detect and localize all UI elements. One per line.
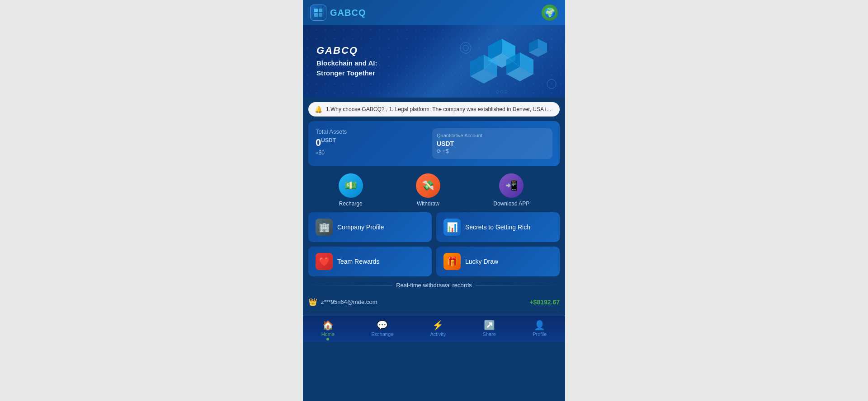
profile-icon: 👤 — [534, 320, 545, 331]
nav-profile[interactable]: 👤 Profile — [533, 320, 547, 337]
secrets-rich-label: Secrets to Getting Rich — [465, 224, 530, 231]
logo-icon — [310, 5, 326, 21]
quant-account: Quantitative Account USDT ⟳ ≈$ — [432, 128, 552, 159]
notice-text: 1.Why choose GABCQ? , 1. Legal platform:… — [326, 106, 553, 112]
record-amount: +$8192.67 — [529, 298, 560, 306]
menu-grid: 🏢 Company Profile 📊 Secrets to Getting R… — [303, 212, 565, 276]
action-buttons: 💵 Recharge 💸 Withdraw 📲 Download APP — [303, 166, 565, 210]
app-title: GABCQ — [330, 8, 366, 18]
records-header: Real-time withdrawal records — [308, 282, 560, 289]
header-left: GABCQ — [310, 5, 366, 21]
exchange-icon: 💬 — [377, 320, 388, 331]
banner-brand: GABCQ — [316, 45, 377, 56]
lucky-draw-icon: 🎁 — [443, 253, 461, 270]
withdraw-icon: 💸 — [416, 173, 440, 198]
team-rewards-icon: ❤️ — [316, 253, 333, 270]
record-left: 👑 z***95n64@nate.com — [308, 298, 377, 306]
nav-activity-label: Activity — [430, 331, 446, 337]
records-section: Real-time withdrawal records 👑 z***95n64… — [308, 282, 560, 311]
nav-home[interactable]: 🏠 Home — [321, 320, 335, 337]
svg-point-20 — [547, 79, 556, 89]
notice-bar: 🔔 1.Why choose GABCQ? , 1. Legal platfor… — [308, 102, 560, 117]
nav-share-label: Share — [483, 331, 496, 337]
assets-section: Total Assets 0USDT ≈$0 Quantitative Acco… — [308, 121, 560, 166]
app-container: GABCQ 🌍 GABCQ Blockchain and AI: Stronge… — [303, 0, 565, 401]
records-line-right — [476, 285, 560, 285]
records-title: Real-time withdrawal records — [396, 282, 472, 289]
svg-rect-3 — [319, 13, 322, 17]
quant-usd: ⟳ ≈$ — [437, 148, 449, 154]
download-label: Download APP — [493, 200, 529, 207]
banner-3d-visual: ⬡ ⬡ ⬡ — [443, 30, 561, 98]
svg-rect-1 — [319, 9, 322, 12]
recharge-icon: 💵 — [339, 173, 363, 198]
nav-profile-label: Profile — [533, 331, 547, 337]
recharge-label: Recharge — [339, 200, 363, 207]
total-assets: Total Assets 0USDT ≈$0 — [316, 128, 427, 159]
globe-icon[interactable]: 🌍 — [542, 5, 558, 21]
bottom-nav: 🏠 Home 💬 Exchange ⚡ Activity ↗️ Share 👤 … — [303, 316, 565, 342]
banner: GABCQ Blockchain and AI: Stronger Togeth… — [303, 25, 565, 98]
company-profile-label: Company Profile — [337, 224, 384, 231]
home-icon: 🏠 — [322, 320, 334, 331]
record-item: 👑 z***95n64@nate.com +$8192.67 — [308, 293, 560, 311]
menu-team-rewards[interactable]: ❤️ Team Rewards — [308, 247, 432, 276]
total-assets-label: Total Assets — [316, 128, 427, 135]
share-icon: ↗️ — [484, 320, 495, 331]
menu-lucky-draw[interactable]: 🎁 Lucky Draw — [436, 247, 560, 276]
records-line-left — [308, 285, 392, 285]
svg-point-18 — [460, 42, 471, 53]
company-profile-icon: 🏢 — [316, 219, 333, 236]
nav-exchange[interactable]: 💬 Exchange — [371, 320, 393, 337]
svg-point-19 — [463, 45, 468, 51]
activity-icon: ⚡ — [432, 320, 443, 331]
banner-text: GABCQ Blockchain and AI: Stronger Togeth… — [316, 45, 377, 79]
nav-share[interactable]: ↗️ Share — [483, 320, 496, 337]
record-email: z***95n64@nate.com — [321, 298, 377, 305]
withdraw-label: Withdraw — [417, 200, 439, 207]
svg-rect-0 — [314, 9, 318, 12]
total-usd: ≈$0 — [316, 149, 427, 156]
nav-home-label: Home — [321, 331, 335, 337]
quant-label: Quantitative Account — [437, 133, 482, 138]
menu-secrets-rich[interactable]: 📊 Secrets to Getting Rich — [436, 212, 560, 242]
lucky-draw-label: Lucky Draw — [465, 258, 498, 265]
team-rewards-label: Team Rewards — [337, 258, 379, 265]
banner-tagline: Blockchain and AI: Stronger Together — [316, 58, 377, 79]
header: GABCQ 🌍 — [303, 0, 565, 25]
bell-icon: 🔔 — [315, 106, 322, 113]
secrets-rich-icon: 📊 — [443, 219, 461, 236]
total-amount: 0USDT — [316, 137, 427, 149]
menu-company-profile[interactable]: 🏢 Company Profile — [308, 212, 432, 242]
download-icon: 📲 — [499, 173, 524, 198]
download-button[interactable]: 📲 Download APP — [493, 173, 529, 207]
recharge-button[interactable]: 💵 Recharge — [339, 173, 363, 207]
svg-text:⬡ ⬡ ⬡: ⬡ ⬡ ⬡ — [496, 90, 507, 94]
crown-icon: 👑 — [308, 298, 317, 306]
svg-rect-2 — [314, 13, 318, 17]
withdraw-button[interactable]: 💸 Withdraw — [416, 173, 440, 207]
nav-activity[interactable]: ⚡ Activity — [430, 320, 446, 337]
quant-amount: USDT — [437, 140, 454, 147]
nav-exchange-label: Exchange — [371, 331, 393, 337]
